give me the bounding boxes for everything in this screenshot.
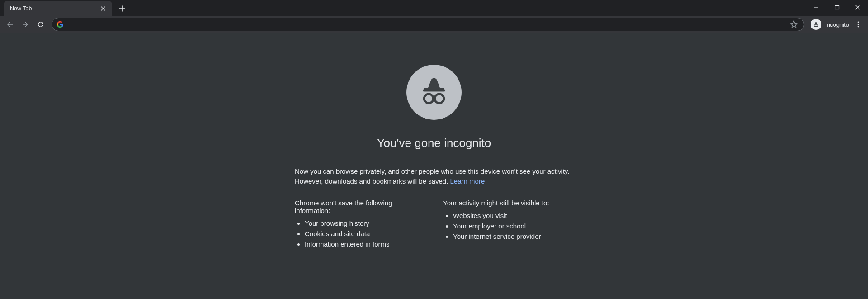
list-item: Your employer or school [453,221,573,231]
address-input[interactable] [67,18,785,31]
list-item: Cookies and site data [305,228,425,239]
close-window-button[interactable] [847,0,868,14]
list-item: Your browsing history [305,218,425,228]
svg-point-2 [816,25,818,27]
list-item: Information entered in forms [305,239,425,249]
lead-text: Now you can browse privately, and other … [295,166,573,186]
col2-title: Your activity might still be visible to: [443,199,573,207]
bookmark-star-icon[interactable] [788,19,799,30]
col1-list: Your browsing history Cookies and site d… [295,218,425,250]
incognito-hero-icon [406,65,462,120]
incognito-icon [811,19,821,30]
title-bar: New Tab [0,0,868,16]
incognito-panel: You've gone incognito Now you can browse… [295,33,573,299]
back-button[interactable] [3,17,17,32]
tab-strip: New Tab [0,0,128,16]
tab-title: New Tab [10,5,32,12]
learn-more-link[interactable]: Learn more [450,177,485,185]
list-item: Your internet service provider [453,231,573,242]
svg-rect-0 [835,5,839,9]
maximize-button[interactable] [826,0,847,14]
col-visible-to: Your activity might still be visible to:… [443,199,573,250]
new-tab-button[interactable] [116,2,128,15]
svg-point-8 [435,94,444,103]
svg-point-5 [858,26,859,28]
page-title: You've gone incognito [295,136,573,150]
list-item: Websites you visit [453,210,573,221]
lead-text-body: Now you can browse privately, and other … [295,167,570,185]
col2-list: Websites you visit Your employer or scho… [443,210,573,242]
incognito-label: Incognito [825,21,849,28]
address-bar[interactable] [52,18,804,31]
svg-point-1 [814,25,816,27]
forward-button[interactable] [18,17,33,32]
tab-active[interactable]: New Tab [4,1,112,16]
incognito-badge[interactable]: Incognito [811,19,849,30]
close-tab-icon[interactable] [99,5,107,12]
menu-button[interactable] [851,17,865,32]
svg-point-7 [424,94,433,103]
col1-title: Chrome won't save the following informat… [295,199,425,214]
window-controls [806,0,868,14]
svg-rect-6 [424,90,445,91]
google-icon [57,21,64,28]
reload-button[interactable] [33,17,48,32]
info-columns: Chrome won't save the following informat… [295,199,573,250]
col-not-saved: Chrome won't save the following informat… [295,199,425,250]
svg-point-4 [858,24,859,25]
minimize-button[interactable] [806,0,826,14]
svg-point-3 [858,22,859,23]
page-content: You've gone incognito Now you can browse… [0,33,868,299]
toolbar: Incognito [0,16,868,33]
